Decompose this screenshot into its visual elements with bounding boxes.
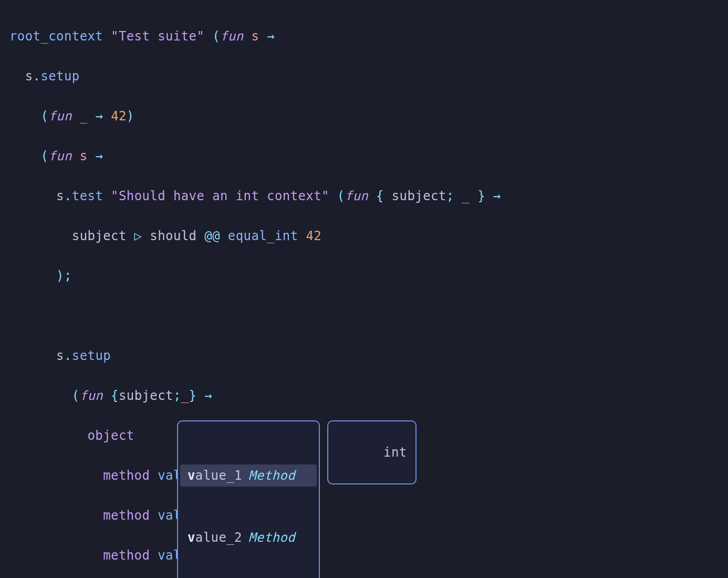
completion-item[interactable]: value_1 Method [180,465,317,487]
keyword-fun: fun [220,29,244,44]
code-line: (fun _ → 42) [9,106,724,126]
arrow: → [493,189,501,203]
brace-close: } [189,388,197,403]
arrow: → [267,29,275,44]
completion-popup-wrapper: value_1 Method value_2 Method value_3 Me… [177,420,417,578]
arrow: → [95,109,103,123]
code-line: (fun {subject;_} → [9,386,724,406]
completion-detail-popup: int [327,420,417,484]
completion-match-char: v [188,468,195,483]
completion-item-name: value_2 [188,529,242,546]
number-literal: 42 [111,109,127,123]
var: should [150,229,196,243]
brace-open: { [111,388,119,403]
completion-rest: alue_1 [195,468,242,483]
semicolon: ; [173,388,181,403]
keyword-fun: fun [48,149,72,163]
method-call: setup [40,69,79,84]
param-underscore: _ [181,388,189,403]
completion-item-kind: Method [248,467,295,484]
paren-open: ( [72,388,80,403]
string-literal: "Should have an int context" [111,189,329,203]
var: s [25,69,33,84]
paren-open: ( [40,109,48,123]
param: s [80,149,88,163]
arrow: → [204,388,212,403]
keyword-method: method [103,508,150,523]
var: subject [72,229,127,243]
code-line: (fun s → [9,146,724,166]
at-at-op: @@ [204,229,220,243]
keyword-object: object [88,428,134,443]
completion-item[interactable]: value_2 Method [180,527,317,549]
code-line: subject ▷ should @@ equal_int 42 [9,226,724,246]
brace-open: { [376,189,384,203]
code-line: root_context "Test suite" (fun s → [9,26,724,46]
param-underscore: _ [80,109,88,123]
keyword-fun: fun [80,388,103,403]
paren-open: ( [40,149,48,163]
dot: . [64,348,72,363]
keyword-method: method [103,468,150,483]
number-literal: 42 [306,229,321,243]
completion-popup[interactable]: value_1 Method value_2 Method value_3 Me… [177,420,320,578]
code-line: s.test "Should have an int context" (fun… [9,186,724,206]
completion-detail-type: int [383,445,407,460]
keyword-method: method [103,548,150,563]
brace-close: } [477,189,485,203]
function-call: equal_int [228,229,298,243]
pipe-op: ▷ [134,229,142,243]
keyword-fun: fun [345,189,369,203]
completion-item-name: value_1 [188,467,242,484]
semicolon: ; [64,269,72,283]
keyword-fun: fun [48,109,72,123]
semicolon: ; [446,189,454,203]
paren-open: ( [337,189,345,203]
param: s [251,29,259,44]
field: subject [119,388,173,403]
dot: . [33,69,41,84]
var: s [56,189,64,203]
field: subject [392,189,446,203]
method-call: setup [72,348,111,363]
method-call: test [72,189,103,203]
completion-rest: alue_2 [195,530,242,545]
code-line [9,306,724,326]
code-line: s.setup [9,66,724,86]
paren-close: ) [56,269,64,283]
function-call: root_context [9,29,103,44]
string-literal: "Test suite" [111,29,204,44]
paren-close: ) [127,109,134,123]
code-editor[interactable]: root_context "Test suite" (fun s → s.set… [0,0,728,578]
paren-open: ( [212,29,220,44]
code-line: s.setup [9,346,724,366]
arrow: → [95,149,103,163]
code-line: ); [9,266,724,286]
param-underscore: _ [462,189,470,203]
completion-match-char: v [188,530,195,545]
completion-item-kind: Method [248,529,295,546]
dot: . [64,189,72,203]
var: s [56,348,64,363]
